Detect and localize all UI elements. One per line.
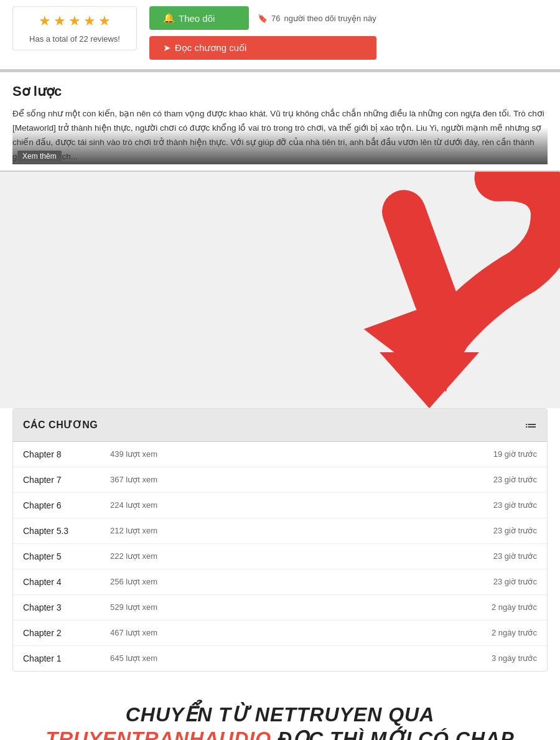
followers-label: người theo dõi truyện này bbox=[284, 14, 376, 23]
bookmark-icon: 🔖 bbox=[258, 14, 268, 23]
chapter-row[interactable]: Chapter 8 439 lượt xem 19 giờ trước bbox=[13, 442, 547, 467]
chapter-name: Chapter 6 bbox=[23, 500, 110, 510]
followers-info: 🔖 76 người theo dõi truyện này bbox=[258, 14, 376, 23]
chapter-name: Chapter 2 bbox=[23, 628, 110, 638]
chapter-row[interactable]: Chapter 3 529 lượt xem 2 ngày trước bbox=[13, 595, 547, 621]
so-luoc-fade: Xem thêm bbox=[12, 127, 548, 164]
chapter-name: Chapter 3 bbox=[23, 602, 110, 612]
chapter-time: 23 giờ trước bbox=[493, 577, 537, 586]
chapter-row[interactable]: Chapter 7 367 lượt xem 23 giờ trước bbox=[13, 467, 547, 493]
star-4: ★ bbox=[83, 13, 96, 29]
chapter-time: 23 giờ trước bbox=[493, 526, 537, 535]
chapter-views: 439 lượt xem bbox=[110, 449, 493, 459]
chapter-row[interactable]: Chapter 1 645 lượt xem 3 ngày trước bbox=[13, 646, 547, 671]
so-luoc-wrapper: Để sống như một con kiến, bạn nên có tha… bbox=[12, 107, 548, 164]
chapter-time: 23 giờ trước bbox=[493, 475, 537, 484]
svg-rect-2 bbox=[419, 301, 466, 333]
doc-chuong-cuoi-button[interactable]: ➤ Đọc chương cuối bbox=[149, 36, 376, 60]
chapter-views: 222 lượt xem bbox=[110, 551, 493, 561]
svg-marker-3 bbox=[380, 352, 479, 408]
star-2: ★ bbox=[54, 13, 66, 29]
action-buttons: 🔔 Theo dõi 🔖 76 người theo dõi truyện nà… bbox=[149, 6, 376, 60]
star-rating: ★ ★ ★ ★ ★ bbox=[26, 13, 124, 29]
chapter-row[interactable]: Chapter 4 256 lượt xem 23 giờ trước bbox=[13, 569, 547, 595]
star-1: ★ bbox=[39, 13, 51, 29]
star-5: ★ bbox=[98, 13, 111, 29]
chapter-time: 19 giờ trước bbox=[493, 449, 537, 459]
chapter-time: 23 giờ trước bbox=[493, 500, 537, 510]
chapter-time: 2 ngày trước bbox=[492, 628, 537, 637]
chapter-views: 467 lượt xem bbox=[110, 628, 492, 637]
svg-marker-1 bbox=[364, 291, 499, 408]
review-count: Has a total of 22 reviews! bbox=[26, 34, 124, 44]
bell-icon: 🔔 bbox=[163, 12, 175, 24]
red-arrow-icon bbox=[292, 178, 541, 408]
xem-them-button[interactable]: Xem thêm bbox=[17, 151, 62, 162]
star-3: ★ bbox=[68, 13, 81, 29]
so-luoc-title: Sơ lược bbox=[12, 83, 548, 100]
chapter-name: Chapter 5 bbox=[23, 551, 110, 561]
chapter-row[interactable]: Chapter 5.3 212 lượt xem 23 giờ trước bbox=[13, 518, 547, 544]
chapter-name: Chapter 4 bbox=[23, 577, 110, 587]
banner-line1: Chuyển Từ Nettruyen Qua bbox=[12, 703, 548, 726]
arrow-section bbox=[0, 172, 560, 408]
chapter-name: Chapter 1 bbox=[23, 653, 110, 663]
banner-line2-rest: Đọc Thì Mới Có Chap bbox=[271, 728, 514, 740]
red-arrow-overlay bbox=[280, 172, 560, 408]
chapter-row[interactable]: Chapter 5 222 lượt xem 23 giờ trước bbox=[13, 544, 547, 569]
chapter-row[interactable]: Chapter 6 224 lượt xem 23 giờ trước bbox=[13, 493, 547, 518]
theo-doi-button[interactable]: 🔔 Theo dõi bbox=[149, 6, 249, 30]
chapter-name: Chapter 7 bbox=[23, 475, 110, 485]
chapter-time: 3 ngày trước bbox=[492, 653, 537, 663]
chapter-row[interactable]: Chapter 2 467 lượt xem 2 ngày trước bbox=[13, 621, 547, 646]
svg-rect-0 bbox=[376, 184, 464, 327]
chapters-section: CÁC CHƯƠNG ≔ Chapter 8 439 lượt xem 19 g… bbox=[12, 408, 548, 672]
chapter-name: Chapter 5.3 bbox=[23, 526, 110, 536]
sort-icon[interactable]: ≔ bbox=[525, 418, 537, 433]
top-section: ★ ★ ★ ★ ★ Has a total of 22 reviews! 🔔 T… bbox=[0, 0, 560, 70]
banner-site-name: Truyentranhaudio bbox=[45, 728, 271, 740]
banner-line2: Truyentranhaudio Đọc Thì Mới Có Chap bbox=[12, 726, 548, 740]
chapter-time: 2 ngày trước bbox=[492, 602, 537, 612]
chapter-views: 529 lượt xem bbox=[110, 602, 492, 612]
send-icon: ➤ bbox=[163, 42, 171, 54]
so-luoc-section: Sơ lược Để sống như một con kiến, bạn nê… bbox=[0, 72, 560, 172]
chapters-title: CÁC CHƯƠNG bbox=[23, 419, 98, 431]
rating-box: ★ ★ ★ ★ ★ Has a total of 22 reviews! bbox=[12, 6, 137, 50]
chapter-time: 23 giờ trước bbox=[493, 551, 537, 561]
chapter-views: 367 lượt xem bbox=[110, 475, 493, 484]
chapters-list: Chapter 8 439 lượt xem 19 giờ trước Chap… bbox=[13, 442, 547, 671]
bottom-banner: Chuyển Từ Nettruyen Qua Truyentranhaudio… bbox=[0, 684, 560, 740]
followers-count: 76 bbox=[271, 14, 280, 23]
chapters-header: CÁC CHƯƠNG ≔ bbox=[13, 409, 547, 442]
chapter-name: Chapter 8 bbox=[23, 449, 110, 459]
chapter-views: 645 lượt xem bbox=[110, 653, 492, 663]
chapter-views: 256 lượt xem bbox=[110, 577, 493, 586]
chapter-views: 212 lượt xem bbox=[110, 526, 493, 535]
chapter-views: 224 lượt xem bbox=[110, 500, 493, 510]
